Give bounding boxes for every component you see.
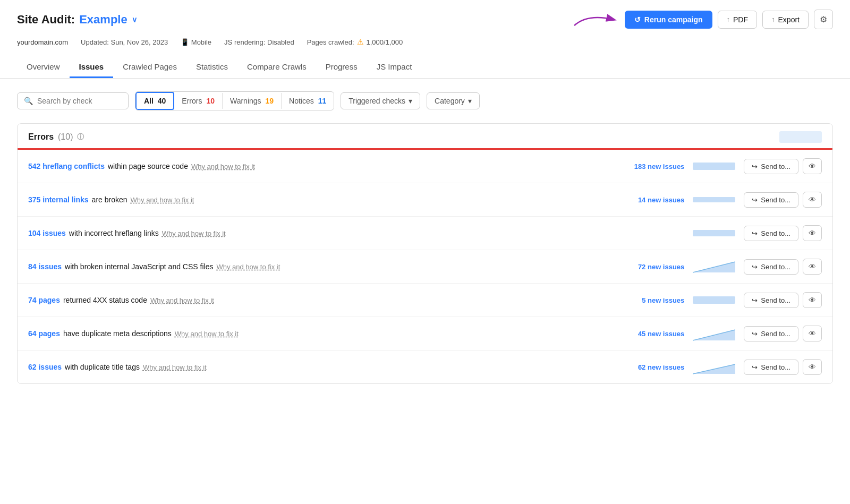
send-to-button[interactable]: ↪ Send to... [744, 226, 798, 241]
category-dropdown[interactable]: Category ▾ [427, 92, 480, 109]
main-content: 🔍 All 40 Errors 10 Warnings 19 Notices [0, 79, 850, 397]
send-icon: ↪ [752, 163, 758, 170]
device-info: 📱 Mobile [181, 38, 211, 46]
tab-progress[interactable]: Progress [316, 57, 367, 78]
pdf-button[interactable]: ↑ PDF [718, 11, 758, 29]
why-fix-link[interactable]: Why and how to fix it [175, 330, 239, 338]
send-to-button[interactable]: ↪ Send to... [744, 326, 798, 341]
chevron-down-icon: ▾ [468, 97, 472, 105]
issue-actions: ↪ Send to... 👁 [744, 326, 822, 341]
rerun-label: Rerun campaign [644, 15, 703, 24]
chevron-down-icon[interactable]: ∨ [132, 15, 137, 24]
new-issues-badge: 183 new issues [626, 163, 684, 170]
send-to-button[interactable]: ↪ Send to... [744, 159, 798, 174]
eye-icon: 👁 [809, 262, 816, 271]
issue-text: 104 issues with incorrect hreflang links… [28, 229, 617, 237]
preview-button[interactable]: 👁 [803, 192, 822, 208]
preview-button[interactable]: 👁 [803, 292, 822, 308]
table-row: 84 issues with broken internal JavaScrip… [18, 250, 832, 284]
issue-text: 542 hreflang conflicts within page sourc… [28, 162, 617, 170]
send-icon: ↪ [752, 263, 758, 271]
header-top: Site Audit: Example ∨ ↺ Rerun campaign [17, 10, 833, 29]
issue-description: are broken [92, 195, 128, 204]
table-row: 104 issues with incorrect hreflang links… [18, 217, 832, 250]
sparkline-chart [693, 192, 735, 208]
issue-count-link[interactable]: 84 issues [28, 262, 62, 271]
tab-statistics[interactable]: Statistics [186, 57, 237, 78]
issues-container: 542 hreflang conflicts within page sourc… [18, 150, 832, 383]
tab-issues[interactable]: Issues [70, 57, 114, 78]
rerun-campaign-button[interactable]: ↺ Rerun campaign [625, 11, 712, 29]
issue-count-link[interactable]: 62 issues [28, 363, 62, 371]
why-fix-link[interactable]: Why and how to fix it [150, 296, 214, 304]
tab-js-impact[interactable]: JS Impact [367, 57, 422, 78]
preview-button[interactable]: 👁 [803, 359, 822, 375]
table-row: 542 hreflang conflicts within page sourc… [18, 150, 832, 183]
campaign-name[interactable]: Example [79, 13, 128, 27]
eye-icon: 👁 [809, 363, 816, 371]
info-icon[interactable]: ⓘ [77, 132, 84, 142]
preview-button[interactable]: 👁 [803, 259, 822, 275]
issue-count-link[interactable]: 64 pages [28, 329, 60, 338]
tab-overview[interactable]: Overview [17, 57, 70, 78]
filter-all-button[interactable]: All 40 [135, 92, 174, 110]
why-fix-link[interactable]: Why and how to fix it [216, 263, 280, 271]
why-fix-link[interactable]: Why and how to fix it [131, 196, 194, 204]
send-icon: ↪ [752, 229, 758, 237]
issue-count-link[interactable]: 74 pages [28, 296, 60, 304]
triggered-checks-dropdown[interactable]: Triggered checks ▾ [341, 92, 420, 109]
send-to-button[interactable]: ↪ Send to... [744, 293, 798, 308]
sparkline-chart [693, 158, 735, 174]
preview-button[interactable]: 👁 [803, 326, 822, 341]
why-fix-link[interactable]: Why and how to fix it [162, 229, 226, 237]
gear-icon: ⚙ [820, 15, 827, 24]
issue-count-link[interactable]: 542 hreflang conflicts [28, 162, 105, 170]
preview-button[interactable]: 👁 [803, 225, 822, 241]
issue-description: have duplicate meta descriptions [63, 329, 172, 338]
export-label: Export [778, 15, 800, 24]
why-fix-link[interactable]: Why and how to fix it [191, 163, 255, 170]
domain: yourdomain.com [17, 38, 68, 46]
issue-count-link[interactable]: 104 issues [28, 229, 66, 237]
issue-description: within page source code [108, 162, 188, 170]
warning-triangle-icon: ⚠ [357, 38, 364, 46]
issue-actions: ↪ Send to... 👁 [744, 359, 822, 375]
filter-bar: 🔍 All 40 Errors 10 Warnings 19 Notices [17, 91, 833, 110]
sparkline-chart [693, 292, 735, 308]
svg-rect-2 [693, 230, 735, 236]
section-chart-header [779, 131, 822, 143]
filter-errors-button[interactable]: Errors 10 [174, 93, 223, 109]
tab-crawled-pages[interactable]: Crawled Pages [113, 57, 186, 78]
send-icon: ↪ [752, 196, 758, 204]
issues-list: Errors (10) ⓘ 542 hreflang conflicts wit… [17, 123, 833, 384]
filter-notices-button[interactable]: Notices 11 [282, 93, 334, 109]
errors-section-header: Errors (10) ⓘ [18, 124, 832, 148]
issue-actions: ↪ Send to... 👁 [744, 292, 822, 308]
search-icon: 🔍 [24, 97, 33, 105]
send-to-button[interactable]: ↪ Send to... [744, 192, 798, 208]
send-icon: ↪ [752, 296, 758, 304]
send-to-button[interactable]: ↪ Send to... [744, 360, 798, 375]
issue-text: 74 pages returned 4XX status code Why an… [28, 296, 617, 304]
send-to-button[interactable]: ↪ Send to... [744, 259, 798, 275]
site-audit-label: Site Audit: [17, 13, 75, 27]
pages-crawled: Pages crawled: ⚠ 1,000/1,000 [307, 38, 403, 46]
issue-actions: ↪ Send to... 👁 [744, 225, 822, 241]
search-input[interactable] [37, 97, 122, 105]
preview-button[interactable]: 👁 [803, 158, 822, 174]
issue-actions: ↪ Send to... 👁 [744, 158, 822, 174]
meta-bar: yourdomain.com Updated: Sun, Nov 26, 202… [17, 35, 833, 53]
settings-button[interactable]: ⚙ [814, 10, 833, 29]
eye-icon: 👁 [809, 329, 816, 338]
table-row: 74 pages returned 4XX status code Why an… [18, 284, 832, 317]
export-button[interactable]: ↑ Export [762, 11, 809, 29]
table-row: 64 pages have duplicate meta description… [18, 317, 832, 351]
table-row: 375 internal links are broken Why and ho… [18, 183, 832, 217]
why-fix-link[interactable]: Why and how to fix it [143, 363, 207, 371]
search-box[interactable]: 🔍 [17, 92, 129, 109]
filter-warnings-button[interactable]: Warnings 19 [223, 93, 282, 109]
tab-compare-crawls[interactable]: Compare Crawls [237, 57, 316, 78]
issue-description: with incorrect hreflang links [69, 229, 159, 237]
rerun-icon: ↺ [634, 15, 641, 24]
issue-count-link[interactable]: 375 internal links [28, 195, 89, 204]
